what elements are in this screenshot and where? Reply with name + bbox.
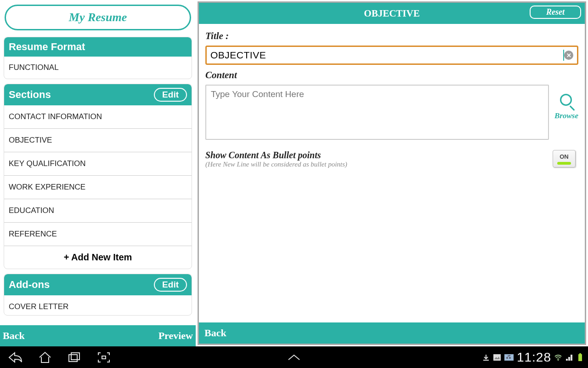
add-new-section-button[interactable]: + Add New Item xyxy=(4,246,192,269)
section-item-objective[interactable]: OBJECTIVE xyxy=(4,129,192,152)
title-input-wrap[interactable]: ✕ xyxy=(205,46,578,65)
sections-edit-button[interactable]: Edit xyxy=(154,88,187,102)
recent-apps-icon[interactable] xyxy=(65,350,84,365)
browse-label: Browse xyxy=(554,111,578,121)
resume-format-card: Resume Format FUNCTIONAL xyxy=(4,37,192,79)
section-item-contact[interactable]: CONTACT INFORMATION xyxy=(4,105,192,129)
right-panel: OBJECTIVE Reset Title : ✕ Content Browse xyxy=(198,1,586,345)
svg-point-6 xyxy=(558,359,559,361)
download-icon xyxy=(482,353,490,362)
svg-rect-8 xyxy=(579,353,581,354)
wifi-icon xyxy=(554,353,562,362)
app-root: My Resume Resume Format FUNCTIONAL Secti… xyxy=(0,0,588,346)
app-title-pill: My Resume xyxy=(5,5,191,30)
nav-expand-icon[interactable] xyxy=(286,353,302,362)
content-textarea[interactable] xyxy=(205,85,549,140)
home-icon[interactable] xyxy=(36,350,54,365)
addons-card: Add-ons Edit COVER LETTER xyxy=(4,274,192,316)
sections-header: Sections Edit xyxy=(4,84,192,105)
back-icon[interactable] xyxy=(6,350,25,365)
toggle-indicator xyxy=(557,162,571,165)
preview-button[interactable]: Preview xyxy=(158,330,193,342)
addon-item-cover-letter[interactable]: COVER LETTER xyxy=(4,295,192,315)
right-header: OBJECTIVE Reset xyxy=(199,3,585,24)
format-value-item[interactable]: FUNCTIONAL xyxy=(4,57,192,79)
screenshot-icon[interactable] xyxy=(95,350,113,365)
status-clock: 11:28 xyxy=(517,350,551,365)
bullet-row: Show Content As Bullet points (Here New … xyxy=(205,150,578,168)
bullet-labels: Show Content As Bullet points (Here New … xyxy=(205,150,347,168)
addons-edit-button[interactable]: Edit xyxy=(154,278,187,292)
form-area: Title : ✕ Content Browse Sh xyxy=(199,24,585,173)
svg-rect-3 xyxy=(504,354,514,361)
resume-format-header: Resume Format xyxy=(4,37,192,57)
addons-header: Add-ons Edit xyxy=(4,274,192,295)
section-item-key-qualification[interactable]: KEY QUALIFICATION xyxy=(4,152,192,176)
bullet-sublabel: (Here New Line will be considered as bul… xyxy=(205,161,347,168)
left-bottom-bar: Back Preview xyxy=(0,325,196,346)
bullet-label: Show Content As Bullet points xyxy=(205,150,347,161)
right-header-title: OBJECTIVE xyxy=(364,8,419,19)
left-back-button[interactable]: Back xyxy=(3,330,25,342)
right-back-button[interactable]: Back xyxy=(199,322,585,344)
section-item-work-experience[interactable]: WORK EXPERIENCE xyxy=(4,176,192,199)
reset-button[interactable]: Reset xyxy=(530,6,581,19)
svg-point-4 xyxy=(506,357,508,359)
left-panel: My Resume Resume Format FUNCTIONAL Secti… xyxy=(0,0,196,346)
content-label: Content xyxy=(205,69,578,81)
toggle-state-label: ON xyxy=(560,153,569,160)
svg-rect-0 xyxy=(69,355,77,362)
status-area: 11:28 xyxy=(482,350,588,365)
signal-icon xyxy=(565,353,573,362)
bullet-toggle[interactable]: ON xyxy=(553,150,576,167)
title-input[interactable] xyxy=(210,50,563,61)
battery-icon xyxy=(576,353,584,362)
browse-button[interactable]: Browse xyxy=(554,94,578,121)
left-scroll[interactable]: Resume Format FUNCTIONAL Sections Edit C… xyxy=(0,35,196,325)
section-item-reference[interactable]: REFERENCE xyxy=(4,223,192,246)
media-icon xyxy=(504,353,514,362)
search-icon xyxy=(558,94,575,110)
content-row: Browse xyxy=(205,85,578,140)
system-navbar: 11:28 xyxy=(0,346,588,368)
svg-rect-1 xyxy=(71,353,79,360)
nav-left xyxy=(0,350,113,365)
app-title: My Resume xyxy=(6,11,190,24)
picture-icon xyxy=(493,353,501,362)
svg-rect-2 xyxy=(493,354,501,361)
clear-title-icon[interactable]: ✕ xyxy=(564,51,573,60)
svg-point-5 xyxy=(509,357,511,359)
svg-rect-7 xyxy=(578,354,582,361)
sections-card: Sections Edit CONTACT INFORMATION OBJECT… xyxy=(4,84,192,269)
title-label: Title : xyxy=(205,30,578,42)
section-item-education[interactable]: EDUCATION xyxy=(4,199,192,223)
